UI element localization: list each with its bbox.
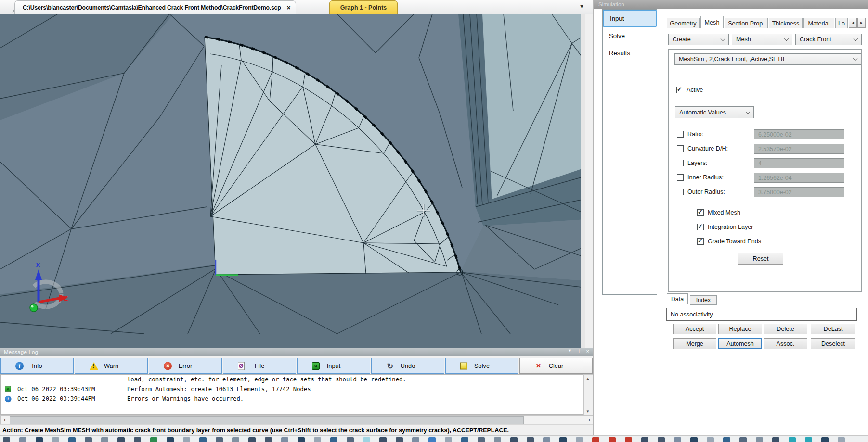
toolbar-icon[interactable] bbox=[298, 437, 305, 442]
toolbar-icon[interactable] bbox=[543, 437, 550, 442]
nav-item-results[interactable]: Results bbox=[603, 44, 657, 62]
scroll-down-icon[interactable]: ▼ bbox=[584, 407, 592, 415]
integration-layer-checkbox[interactable] bbox=[697, 224, 704, 230]
scroll-right-icon[interactable]: › bbox=[585, 416, 593, 424]
toolbar-icon[interactable] bbox=[379, 437, 387, 442]
assoc-button[interactable]: Assoc. bbox=[764, 338, 807, 349]
log-solve-button[interactable]: Solve bbox=[445, 358, 518, 374]
toolbar-icon[interactable] bbox=[658, 437, 665, 442]
viewport-3d[interactable]: X Z bbox=[0, 14, 593, 348]
toolbar-icon[interactable] bbox=[576, 437, 583, 442]
layers-checkbox[interactable] bbox=[677, 160, 684, 166]
toolbar-icon[interactable] bbox=[838, 437, 845, 442]
merge-button[interactable]: Merge bbox=[673, 338, 716, 349]
tab-mesh[interactable]: Mesh bbox=[700, 16, 724, 28]
toolbar-icon[interactable] bbox=[821, 437, 829, 442]
file-tab[interactable]: C:\Users\blancaster\Documents\Camtasia\E… bbox=[14, 0, 296, 14]
toolbar-icon[interactable] bbox=[19, 437, 26, 442]
tab-section-prop[interactable]: Section Prop. bbox=[725, 18, 768, 28]
toolbar-icon[interactable] bbox=[68, 437, 76, 442]
log-info-button[interactable]: i Info bbox=[0, 358, 74, 374]
mixed-mesh-checkbox[interactable] bbox=[697, 209, 704, 216]
toolbar-icon[interactable] bbox=[167, 437, 174, 442]
delast-button[interactable]: DeLast bbox=[811, 324, 855, 334]
tab-scroll-right-icon[interactable]: ► bbox=[857, 18, 866, 28]
toolbar-icon[interactable] bbox=[265, 437, 272, 442]
nav-item-input[interactable]: Input bbox=[603, 10, 657, 27]
outer-radius-checkbox[interactable] bbox=[677, 189, 684, 195]
toolbar-icon[interactable] bbox=[625, 437, 632, 442]
toolbar-icon[interactable] bbox=[690, 437, 698, 442]
log-file-button[interactable]: Ø File bbox=[223, 358, 296, 374]
toolbar-icon[interactable] bbox=[3, 437, 10, 442]
toolbar-icon[interactable] bbox=[428, 437, 436, 442]
toolbar-icon[interactable] bbox=[739, 437, 747, 442]
object-type-dropdown[interactable]: Mesh bbox=[732, 34, 792, 45]
scroll-left-icon[interactable]: ‹ bbox=[1, 416, 9, 424]
panel-close-icon[interactable]: × bbox=[586, 348, 589, 354]
toolbar-icon[interactable] bbox=[609, 437, 616, 442]
toolbar-icon[interactable] bbox=[527, 437, 534, 442]
scroll-up-icon[interactable]: ▲ bbox=[584, 375, 592, 382]
toolbar-icon[interactable] bbox=[494, 437, 501, 442]
toolbar-icon[interactable] bbox=[347, 437, 354, 442]
toolbar-icon[interactable] bbox=[805, 437, 812, 442]
log-error-button[interactable]: × Error bbox=[149, 358, 222, 374]
reset-button[interactable]: Reset bbox=[738, 253, 783, 265]
inner-radius-checkbox[interactable] bbox=[677, 174, 684, 181]
tab-scroll-left-icon[interactable]: ◄ bbox=[849, 18, 857, 28]
close-icon[interactable]: × bbox=[287, 4, 291, 11]
toolbar-icon[interactable] bbox=[216, 437, 223, 442]
log-input-button[interactable]: × Input bbox=[297, 358, 370, 374]
toolbar-icon[interactable] bbox=[117, 437, 125, 442]
action-mode-dropdown[interactable]: Create bbox=[668, 34, 729, 45]
tab-list-dropdown-icon[interactable]: ▼ bbox=[579, 3, 584, 9]
toolbar-icon[interactable] bbox=[559, 437, 567, 442]
toolbar-icon[interactable] bbox=[363, 437, 370, 442]
toolbar-icon[interactable] bbox=[674, 437, 681, 442]
toolbar-icon[interactable] bbox=[232, 437, 239, 442]
toolbar-icon[interactable] bbox=[641, 437, 648, 442]
values-mode-dropdown[interactable]: Automatic Values bbox=[675, 106, 754, 118]
toolbar-icon[interactable] bbox=[330, 437, 337, 442]
graph-tab[interactable]: Graph 1 - Points bbox=[329, 0, 398, 14]
toolbar-icon[interactable] bbox=[756, 437, 763, 442]
toolbar-icon[interactable] bbox=[314, 437, 321, 442]
tab-data[interactable]: Data bbox=[667, 293, 688, 304]
log-vertical-scrollbar[interactable]: ▲ ▼ bbox=[583, 374, 593, 416]
toolbar-icon[interactable] bbox=[396, 437, 403, 442]
grade-toward-ends-checkbox[interactable] bbox=[697, 238, 704, 245]
automesh-button[interactable]: Automesh bbox=[718, 338, 762, 349]
toolbar-icon[interactable] bbox=[281, 437, 288, 442]
toolbar-icon[interactable] bbox=[199, 437, 207, 442]
active-checkbox[interactable] bbox=[676, 87, 683, 93]
mesh-set-dropdown[interactable]: MeshSim , 2,Crack Front, ,Active,SET8 bbox=[674, 53, 861, 65]
panel-dropdown-icon[interactable]: ▼ bbox=[568, 348, 572, 354]
log-horizontal-scrollbar[interactable]: ‹ › bbox=[0, 415, 594, 425]
log-warn-button[interactable]: ! Warn bbox=[75, 358, 148, 374]
curvature-checkbox[interactable] bbox=[677, 145, 684, 152]
toolbar-icon[interactable] bbox=[592, 437, 599, 442]
tab-index[interactable]: Index bbox=[690, 295, 717, 305]
log-undo-button[interactable]: ↻ Undo bbox=[371, 358, 444, 374]
toolbar-icon[interactable] bbox=[85, 437, 92, 442]
tab-thickness[interactable]: Thickness bbox=[769, 18, 803, 28]
toolbar-icon[interactable] bbox=[789, 437, 796, 442]
toolbar-icon[interactable] bbox=[150, 437, 157, 442]
toolbar-icon[interactable] bbox=[36, 437, 43, 442]
log-message-list[interactable]: load, constraint, etc. for element, edge… bbox=[0, 374, 585, 415]
accept-button[interactable]: Accept bbox=[673, 324, 716, 334]
toolbar-icon[interactable] bbox=[772, 437, 779, 442]
nav-item-solve[interactable]: Solve bbox=[603, 27, 657, 44]
ratio-checkbox[interactable] bbox=[677, 131, 684, 138]
target-type-dropdown[interactable]: Crack Front bbox=[795, 34, 862, 45]
toolbar-icon[interactable] bbox=[461, 437, 468, 442]
toolbar-icon[interactable] bbox=[52, 437, 59, 442]
toolbar-icon[interactable] bbox=[183, 437, 190, 442]
scrollbar-thumb[interactable] bbox=[10, 416, 524, 424]
tab-material[interactable]: Material bbox=[803, 18, 834, 28]
deselect-button[interactable]: Deselect bbox=[811, 338, 855, 349]
tab-geometry[interactable]: Geometry bbox=[667, 18, 700, 28]
delete-button[interactable]: Delete bbox=[764, 324, 807, 334]
pin-icon[interactable]: ⊥ bbox=[577, 348, 582, 354]
